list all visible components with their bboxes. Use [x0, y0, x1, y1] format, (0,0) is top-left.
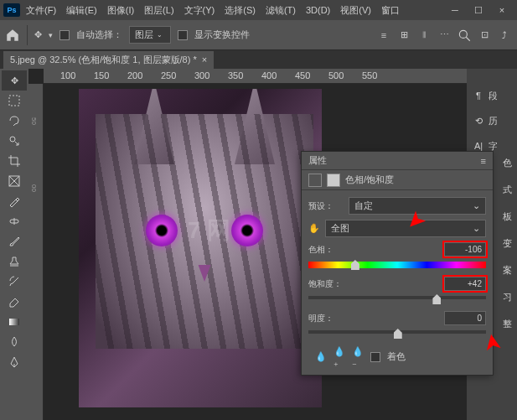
menu-edit[interactable]: 编辑(E) [62, 4, 101, 17]
adjustment-icon [308, 174, 322, 187]
maximize-button[interactable]: ☐ [470, 3, 487, 17]
strip-item[interactable]: 变 [503, 233, 512, 253]
more-icon[interactable]: ⋯ [437, 28, 452, 43]
paragraph-icon: ¶ [472, 89, 485, 102]
close-button[interactable]: × [494, 3, 510, 17]
strip-item[interactable]: 习 [503, 287, 512, 307]
home-icon[interactable] [5, 28, 20, 43]
distribute-icon[interactable]: ⫴ [416, 28, 432, 43]
stamp-tool[interactable] [2, 251, 27, 272]
layer-dropdown[interactable]: 图层⌄ [129, 26, 171, 44]
hue-label: 色相： [308, 244, 344, 256]
strip-item[interactable]: 式 [503, 179, 512, 200]
watermark: 7 网 [188, 215, 230, 246]
arrange-icon[interactable]: ⊞ [396, 28, 411, 43]
blur-tool[interactable] [2, 332, 27, 352]
properties-title[interactable]: 属性 ≡ [302, 152, 493, 170]
menu-bar: Ps 文件(F) 编辑(E) 图像(I) 图层(L) 文字(Y) 选择(S) 滤… [0, 0, 517, 20]
show-transform-label: 显示变换控件 [194, 29, 250, 41]
menu-layer[interactable]: 图层(L) [140, 4, 178, 17]
svg-point-3 [10, 137, 15, 142]
lasso-tool[interactable] [2, 111, 27, 131]
eyedropper-tool[interactable] [2, 191, 27, 211]
hue-slider[interactable] [308, 262, 486, 270]
menu-file[interactable]: 文件(F) [22, 4, 60, 17]
lightness-slider[interactable] [308, 330, 486, 339]
adjustment-name: 色相/饱和度 [345, 174, 394, 186]
ruler-horizontal: 100 150 200 250 300 350 400 450 500 550 [44, 69, 467, 84]
panel-menu-icon[interactable]: ≡ [481, 156, 486, 166]
strip-item[interactable]: 色 [503, 153, 512, 173]
svg-line-1 [466, 37, 470, 41]
move-tool-icon: ✥ [34, 29, 42, 40]
healing-tool[interactable] [2, 211, 27, 231]
eraser-tool[interactable] [2, 292, 27, 312]
strip-item[interactable]: 整 [503, 314, 512, 334]
hand-icon[interactable]: ✋ [308, 223, 320, 235]
tab-title: 5.jpeg @ 32.5% (色相/饱和度 1, 图层蒙版/8) * [10, 54, 197, 66]
right-strip: 色 式 板 变 案 习 整 [497, 69, 517, 420]
toolbox: ✥ [0, 69, 28, 420]
auto-select-label: 自动选择： [76, 29, 122, 41]
workspace-icon[interactable]: ⊡ [477, 28, 492, 43]
options-bar: ✥ ▾ 自动选择： 图层⌄ 显示变换控件 ≡ ⊞ ⫴ ⋯ ⊡ ⤴ [0, 20, 517, 50]
adjustment-header: 色相/饱和度 [302, 170, 493, 190]
ruler-vertical: 50 00 [28, 84, 44, 420]
menu-select[interactable]: 选择(S) [220, 4, 260, 17]
minimize-button[interactable]: ─ [447, 3, 463, 17]
move-tool[interactable]: ✥ [2, 70, 27, 91]
tab-close-icon[interactable]: × [202, 54, 207, 65]
history-brush-tool[interactable] [2, 272, 27, 292]
svg-rect-2 [9, 96, 19, 106]
menu-type[interactable]: 文字(Y) [180, 4, 220, 17]
document-tab[interactable]: 5.jpeg @ 32.5% (色相/饱和度 1, 图层蒙版/8) * × [3, 51, 214, 69]
colorize-label: 着色 [387, 350, 406, 363]
pen-tool[interactable] [2, 352, 27, 372]
properties-panel: 属性 ≡ 色相/饱和度 预设： 自定⌄ ✋ 全图⌄ 色相： -106 饱和度： [301, 151, 494, 376]
brush-tool[interactable] [2, 231, 27, 251]
align-icon[interactable]: ≡ [376, 28, 391, 43]
menu-filter[interactable]: 滤镜(T) [261, 4, 300, 17]
strip-item[interactable]: 案 [503, 260, 512, 280]
eyedropper-sub-icon[interactable]: 💧₋ [352, 351, 364, 363]
search-icon[interactable] [457, 28, 472, 43]
history-icon: ⟲ [472, 114, 485, 127]
eyedropper-icon[interactable]: 💧 [315, 351, 327, 363]
lightness-label: 明度： [308, 313, 344, 324]
eyedropper-add-icon[interactable]: 💧₊ [333, 351, 345, 363]
svg-rect-9 [9, 319, 19, 325]
saturation-label: 饱和度： [308, 278, 344, 290]
marquee-tool[interactable] [2, 91, 27, 111]
menu-3d[interactable]: 3D(D) [302, 5, 334, 15]
menu-view[interactable]: 视图(V) [336, 4, 375, 17]
saturation-slider[interactable] [308, 296, 486, 304]
canvas-image[interactable]: 7 网 [79, 89, 322, 407]
colorize-checkbox[interactable] [370, 352, 380, 362]
show-transform-checkbox[interactable] [178, 30, 188, 40]
auto-select-checkbox[interactable] [59, 30, 70, 40]
ps-logo: Ps [3, 3, 20, 17]
preset-label: 预设： [308, 200, 344, 212]
frame-tool[interactable] [2, 171, 27, 191]
crop-tool[interactable] [2, 151, 27, 171]
document-tabs: 5.jpeg @ 32.5% (色相/饱和度 1, 图层蒙版/8) * × [0, 50, 517, 69]
svg-point-0 [459, 30, 467, 38]
menu-window[interactable]: 窗口 [377, 4, 404, 17]
strip-item[interactable]: 板 [503, 206, 512, 226]
hue-input[interactable]: -106 [444, 242, 486, 257]
quick-select-tool[interactable] [2, 131, 27, 151]
mask-icon [327, 174, 340, 187]
share-icon[interactable]: ⤴ [497, 28, 512, 43]
menu-image[interactable]: 图像(I) [103, 4, 138, 17]
saturation-input[interactable]: +42 [444, 277, 486, 291]
gradient-tool[interactable] [2, 312, 27, 332]
lightness-input[interactable]: 0 [444, 311, 486, 325]
